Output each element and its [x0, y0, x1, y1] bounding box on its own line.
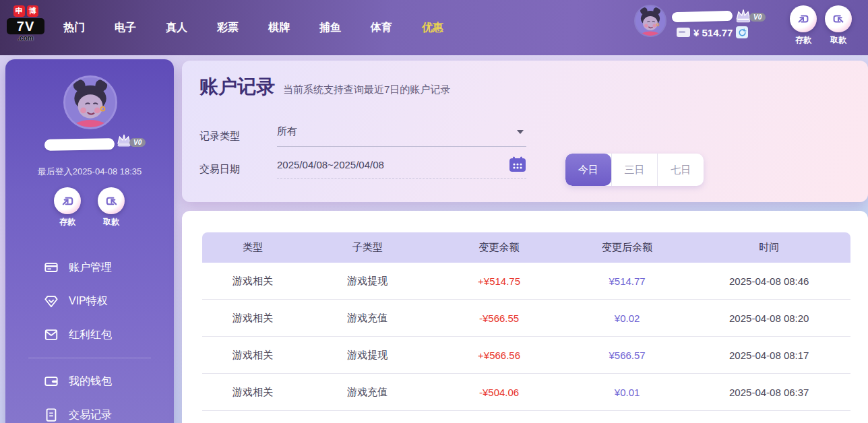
sidebar-withdraw-button[interactable]: 取款	[96, 187, 127, 228]
table-row: 游戏相关 游戏充值 -¥566.55 ¥0.02 2025-04-08 08:2…	[202, 300, 850, 337]
sidebar-divider	[28, 358, 151, 358]
change-amount: -¥504.06	[432, 387, 567, 398]
sidebar-withdraw-icon	[98, 187, 125, 214]
calendar-icon[interactable]	[509, 156, 526, 172]
nav-item-chess[interactable]: 棋牌	[253, 21, 305, 35]
sidebar-item-my-wallet[interactable]: 我的钱包	[5, 364, 174, 398]
sidebar-item-account-management[interactable]: 账户管理	[5, 251, 174, 284]
change-amount: -¥566.55	[432, 313, 567, 324]
last-login-text: 最后登入2025-04-08 18:35	[5, 166, 174, 178]
quick-3day-button[interactable]: 三日	[611, 154, 658, 186]
after-balance: ¥0.02	[567, 313, 688, 324]
record-time: 2025-04-08 06:37	[688, 387, 850, 398]
wallet-icon	[44, 374, 59, 389]
record-time: 2025-04-08 08:20	[688, 313, 850, 324]
quick-today-button[interactable]: 今日	[565, 154, 611, 186]
col-time: 时间	[688, 241, 850, 254]
nav-item-promos[interactable]: 优惠	[407, 21, 458, 35]
deposit-icon	[790, 5, 817, 32]
logo-suffix: .com	[7, 34, 44, 42]
sidebar-item-transaction-records[interactable]: 交易记录	[5, 398, 174, 423]
after-balance: ¥566.57	[567, 350, 688, 361]
vip-gem-icon	[44, 294, 59, 308]
account-records-panel: 账户记录 当前系统支持查询最近7日的账户记录 记录类型 所有 交易日期 2025…	[182, 61, 868, 202]
after-balance: ¥514.77	[567, 275, 688, 287]
refresh-balance-icon[interactable]	[736, 26, 748, 38]
record-time: 2025-04-08 08:17	[688, 350, 850, 361]
col-after: 变更后余额	[567, 241, 688, 254]
record-time: 2025-04-08 08:46	[688, 275, 850, 287]
sidebar-deposit-button[interactable]: 存款	[52, 187, 83, 228]
page-title: 账户记录	[199, 74, 275, 100]
col-change: 变更余额	[432, 241, 567, 254]
wallet-card-icon	[677, 28, 690, 37]
nav-item-fishing[interactable]: 捕鱼	[305, 21, 356, 35]
logo-badge-bo: 博	[27, 5, 38, 17]
user-avatar[interactable]	[634, 5, 666, 37]
nav-item-live[interactable]: 真人	[151, 21, 202, 35]
sidebar-menu: 账户管理 VIP特权 红利红包 我的	[5, 251, 174, 423]
table-row: 游戏相关 游戏充值 -¥504.06 ¥0.01 2025-04-08 06:3…	[202, 374, 850, 411]
records-table-card: 类型 子类型 变更余额 变更后余额 时间 游戏相关 游戏提现 +¥514.75 …	[182, 211, 868, 423]
bank-card-icon	[44, 260, 59, 275]
withdraw-icon	[825, 5, 852, 32]
sidebar-avatar	[63, 75, 117, 129]
balance-amount: ¥ 514.77	[693, 27, 733, 38]
col-subtype: 子类型	[303, 241, 431, 254]
chevron-down-icon	[517, 130, 524, 134]
masked-username	[672, 11, 733, 22]
date-range-input[interactable]: 2025/04/08~2025/04/08	[277, 159, 526, 179]
logo-badge-shen: 申	[13, 5, 25, 17]
after-balance: ¥0.01	[567, 387, 688, 398]
change-amount: +¥566.56	[432, 350, 567, 361]
site-logo[interactable]: 申 博 7V .com	[7, 5, 44, 42]
date-range-label: 交易日期	[199, 163, 277, 176]
nav-item-slots[interactable]: 电子	[100, 21, 151, 35]
change-amount: +¥514.75	[432, 275, 567, 287]
vip-level-badge: V0	[749, 13, 766, 22]
table-row: 游戏相关 游戏提现 +¥514.75 ¥514.77 2025-04-08 08…	[202, 263, 850, 300]
sidebar: V0 最后登入2025-04-08 18:35 存款 取款 账户管理	[5, 59, 174, 423]
sidebar-vip-level-badge: V0	[129, 138, 146, 147]
main-nav: 热门 电子 真人 彩票 棋牌 捕鱼 体育 优惠	[49, 0, 458, 55]
record-type-select[interactable]: 所有	[277, 125, 526, 147]
deposit-button[interactable]: 存款	[788, 5, 819, 46]
red-packet-icon	[44, 327, 59, 342]
quick-7day-button[interactable]: 七日	[657, 154, 704, 186]
sidebar-masked-username	[44, 138, 115, 151]
table-header-row: 类型 子类型 变更余额 变更后余额 时间	[202, 232, 850, 263]
document-icon	[44, 408, 59, 422]
nav-item-hot[interactable]: 热门	[49, 21, 100, 35]
record-type-label: 记录类型	[199, 130, 277, 143]
logo-text: 7V	[7, 18, 44, 34]
page-subtitle: 当前系统支持查询最近7日的账户记录	[283, 84, 450, 96]
col-type: 类型	[202, 241, 303, 254]
table-row: 游戏相关 游戏提现 +¥566.56 ¥566.57 2025-04-08 08…	[202, 337, 850, 374]
date-quick-select: 今日 三日 七日	[565, 154, 704, 186]
withdraw-button[interactable]: 取款	[823, 5, 854, 46]
sidebar-deposit-icon	[54, 187, 81, 214]
sidebar-item-vip-privileges[interactable]: VIP特权	[5, 284, 174, 318]
sidebar-item-bonus-red-packet[interactable]: 红利红包	[5, 318, 174, 352]
nav-item-lottery[interactable]: 彩票	[202, 21, 253, 35]
top-navbar: 申 博 7V .com 热门 电子 真人 彩票 棋牌 捕鱼 体育 优惠 V0 ¥…	[0, 0, 868, 55]
nav-item-sports[interactable]: 体育	[356, 21, 407, 35]
